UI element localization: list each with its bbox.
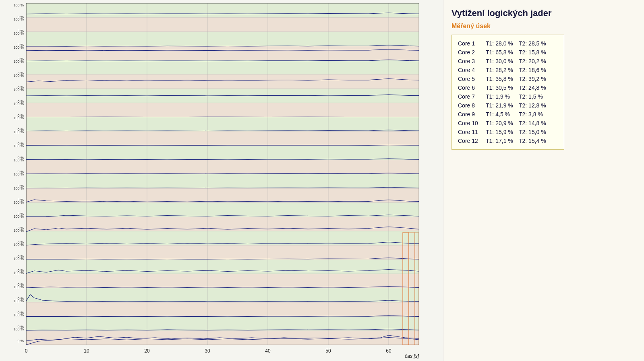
- x-tick-40: 40: [265, 348, 270, 354]
- t2-label-11: T2:: [517, 129, 527, 135]
- x-tick-50: 50: [325, 348, 331, 354]
- t2-value-5: 39,2 %: [528, 76, 546, 82]
- core-name-11: Core 11: [458, 129, 484, 135]
- svg-rect-22: [26, 274, 419, 288]
- t1-label-10: T1:: [486, 120, 494, 126]
- t2-value-8: 12,8 %: [528, 102, 546, 109]
- core-name-12: Core 12: [458, 138, 484, 144]
- svg-rect-3: [26, 60, 419, 74]
- svg-rect-17: [26, 131, 419, 145]
- core-row-12: Core 12T1:17,1 % T2:15,4 %: [458, 136, 558, 145]
- svg-rect-2: [26, 32, 419, 46]
- y-tick-100-12: 100 %: [13, 173, 24, 176]
- t2-label-12: T2:: [517, 138, 527, 144]
- y-tick-100-0: 100 %: [13, 4, 24, 7]
- core-name-3: Core 3: [458, 58, 484, 64]
- t2-label-3: T2:: [517, 58, 527, 64]
- y-axis-labels: .ytick { position:absolute; font-size:9p…: [0, 3, 25, 345]
- t1-value-6: 30,5 %: [495, 85, 516, 91]
- t1-label-3: T1:: [486, 58, 494, 64]
- t1-label-12: T1:: [486, 138, 494, 144]
- t1-value-9: 4,5 %: [495, 111, 516, 118]
- core-row-7: Core 7T1:1,9 % T2:1,5 %: [458, 92, 558, 101]
- t1-value-2: 65,8 %: [495, 49, 516, 56]
- t1-label-4: T1:: [486, 67, 494, 73]
- core-name-4: Core 4: [458, 67, 484, 73]
- core-name-2: Core 2: [458, 49, 484, 56]
- svg-rect-8: [26, 202, 419, 217]
- core-row-8: Core 8T1:21,9 % T2:12,8 %: [458, 101, 558, 110]
- y-tick-100-1: 100 %: [13, 18, 24, 21]
- svg-rect-10: [26, 260, 419, 274]
- t1-value-7: 1,9 %: [495, 93, 516, 100]
- x-axis-unit: čas [s]: [405, 353, 419, 359]
- svg-rect-5: [26, 117, 419, 131]
- t2-label-6: T2:: [517, 85, 527, 91]
- y-tick-100-18: 100 %: [13, 257, 24, 261]
- t2-value-10: 14,8 %: [528, 120, 546, 126]
- sidebar: Vytížení logických jader Měřený úsek Cor…: [443, 0, 644, 361]
- y-tick-100-4: 100 %: [13, 60, 24, 64]
- core-row-4: Core 4T1:28,2 % T2:18,6 %: [458, 66, 558, 74]
- svg-rect-13: [26, 17, 419, 31]
- t1-label-7: T1:: [486, 93, 494, 100]
- sidebar-title: Vytížení logických jader: [451, 8, 636, 19]
- t2-value-4: 18,6 %: [528, 67, 546, 73]
- y-tick-100-20: 100 %: [13, 285, 24, 289]
- y-tick-100-16: 100 %: [13, 229, 24, 233]
- t2-label-7: T2:: [517, 93, 527, 100]
- y-tick-100-2: 100 %: [13, 32, 24, 35]
- t2-value-1: 28,5 %: [528, 40, 546, 47]
- core-name-5: Core 5: [458, 76, 484, 82]
- t1-label-1: T1:: [486, 40, 494, 47]
- core-name-8: Core 8: [458, 102, 484, 109]
- t2-value-7: 1,5 %: [528, 93, 543, 100]
- t2-value-3: 20,2 %: [528, 58, 546, 64]
- y-tick-100-9: 100 %: [13, 130, 24, 134]
- y-tick-100-6: 100 %: [13, 88, 24, 92]
- section-label: Měřený úsek: [451, 23, 636, 30]
- t1-value-1: 28,0 %: [495, 40, 516, 47]
- t2-label-5: T2:: [517, 76, 527, 82]
- t2-label-10: T2:: [517, 120, 527, 126]
- svg-rect-23: [26, 302, 419, 316]
- core-name-6: Core 6: [458, 85, 484, 91]
- core-name-1: Core 1: [458, 40, 484, 47]
- t1-value-5: 35,8 %: [495, 76, 516, 82]
- core-name-7: Core 7: [458, 93, 484, 100]
- y-tick-100-15: 100 %: [13, 215, 24, 219]
- t1-value-4: 28,2 %: [495, 67, 516, 73]
- core-row-1: Core 1T1:28,0 % T2:28,5 %: [458, 39, 558, 48]
- y-tick-100-5: 100 %: [13, 74, 24, 78]
- t2-label-8: T2:: [517, 102, 527, 109]
- core-row-2: Core 2T1:65,8 % T2:15,8 %: [458, 48, 558, 57]
- svg-rect-15: [26, 74, 419, 89]
- t1-label-11: T1:: [486, 129, 494, 135]
- t1-label-5: T1:: [486, 76, 494, 82]
- core-row-10: Core 10T1:20,9 % T2:14,8 %: [458, 119, 558, 128]
- main-chart: [26, 3, 419, 345]
- x-tick-0: 0: [25, 348, 28, 354]
- t1-label-8: T1:: [486, 102, 494, 109]
- t1-value-3: 30,0 %: [495, 58, 516, 64]
- t1-value-10: 20,9 %: [495, 120, 516, 126]
- x-tick-30: 30: [205, 348, 210, 354]
- y-tick-100-7: 100 %: [13, 102, 24, 106]
- x-tick-10: 10: [84, 348, 89, 354]
- y-tick-100-3: 100 %: [13, 46, 24, 50]
- core-row-6: Core 6T1:30,5 % T2:24,8 %: [458, 83, 558, 92]
- chart-area: .ytick { position:absolute; font-size:9p…: [0, 0, 443, 361]
- svg-rect-7: [26, 174, 419, 188]
- y-tick-100-17: 100 %: [13, 243, 24, 247]
- core-name-9: Core 9: [458, 111, 484, 118]
- y-tick-100-13: 100 %: [13, 187, 24, 190]
- svg-rect-19: [26, 188, 419, 202]
- t1-label-9: T1:: [486, 111, 494, 118]
- y-tick-100-10: 100 %: [13, 144, 24, 148]
- core-table: Core 1T1:28,0 % T2:28,5 %Core 2T1:65,8 %…: [451, 35, 564, 150]
- t2-value-9: 3,8 %: [528, 111, 543, 118]
- core-row-11: Core 11T1:15,9 % T2:15,0 %: [458, 128, 558, 136]
- svg-rect-11: [26, 288, 419, 302]
- x-tick-60: 60: [386, 348, 391, 354]
- t1-value-11: 15,9 %: [495, 129, 516, 135]
